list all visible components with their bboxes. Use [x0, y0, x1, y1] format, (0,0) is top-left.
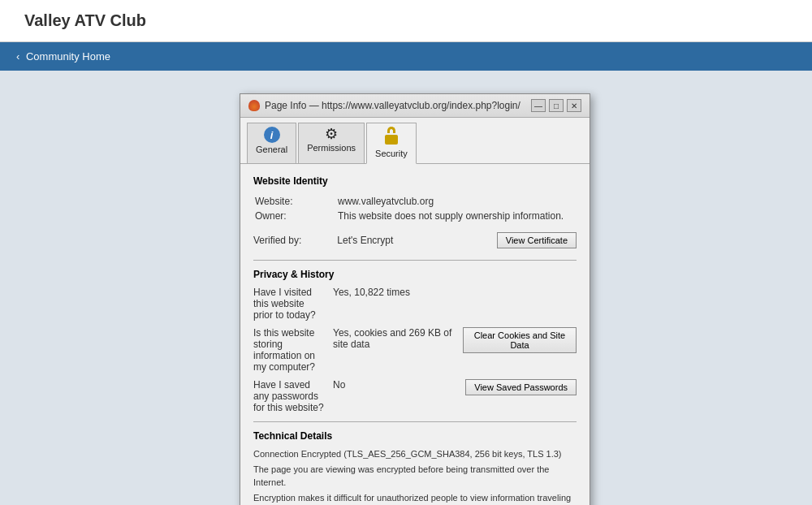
owner-value: This website does not supply ownership i… [338, 209, 575, 222]
tab-security-label: Security [375, 149, 408, 158]
website-identity-title: Website Identity [253, 175, 577, 187]
owner-label: Owner: [255, 209, 336, 222]
view-certificate-button[interactable]: View Certificate [497, 232, 577, 248]
verified-row: Verified by: Let's Encrypt View Certific… [253, 232, 577, 248]
website-label: Website: [255, 195, 336, 208]
tech-line2: The page you are viewing was encrypted b… [253, 464, 577, 489]
technical-title: Technical Details [253, 430, 577, 442]
community-home-link[interactable]: ‹ Community Home [16, 50, 110, 63]
verified-value: Let's Encrypt [337, 235, 393, 246]
dialog-tabs: i General ⚙ Permissions Security [240, 118, 590, 164]
permissions-icon: ⚙ [325, 127, 338, 141]
privacy-a2: Yes, cookies and 269 KB of site data [333, 327, 463, 350]
tech-connection: Connection Encrypted (TLS_AES_256_GCM_SH… [253, 448, 577, 460]
maximize-button[interactable]: □ [549, 99, 564, 112]
general-icon: i [264, 127, 280, 143]
clear-cookies-button[interactable]: Clear Cookies and Site Data [463, 327, 577, 353]
website-row: Website: www.valleyatvclub.org [255, 195, 575, 208]
site-content: Page Info — https://www.valleyatvclub.or… [0, 71, 812, 505]
privacy-row-1: Have I visited this website prior to tod… [253, 287, 577, 321]
tech-line3: Encryption makes it difficult for unauth… [253, 492, 577, 505]
dialog-title: Page Info — https://www.valleyatvclub.or… [265, 100, 520, 111]
verified-label: Verified by: [253, 235, 335, 246]
dialog-titlebar: Page Info — https://www.valleyatvclub.or… [240, 94, 590, 118]
privacy-q3: Have I saved any passwords for this webs… [253, 379, 333, 413]
site-header: Valley ATV Club [0, 0, 812, 42]
privacy-a3: No [333, 379, 463, 391]
divider-1 [253, 260, 577, 261]
close-button[interactable]: ✕ [567, 99, 581, 112]
site-title: Valley ATV Club [24, 11, 146, 29]
privacy-row-3: Have I saved any passwords for this webs… [253, 379, 577, 413]
privacy-q1: Have I visited this website prior to tod… [253, 287, 333, 321]
site-nav: ‹ Community Home [0, 42, 812, 71]
privacy-a1: Yes, 10,822 times [333, 287, 463, 298]
tab-general-label: General [256, 145, 287, 154]
technical-section: Technical Details Connection Encrypted (… [253, 430, 577, 505]
divider-2 [253, 421, 577, 422]
privacy-row-2: Is this website storing information on m… [253, 327, 577, 373]
website-value: www.valleyatvclub.org [338, 195, 575, 208]
owner-row: Owner: This website does not supply owne… [255, 209, 575, 222]
website-identity-table: Website: www.valleyatvclub.org Owner: Th… [253, 193, 577, 224]
security-icon [383, 127, 400, 147]
tab-general[interactable]: i General [247, 123, 296, 163]
verified-info: Verified by: Let's Encrypt [253, 235, 393, 246]
chevron-icon: ‹ [16, 50, 19, 63]
tab-security[interactable]: Security [366, 123, 417, 164]
dialog-controls: — □ ✕ [531, 99, 581, 112]
tab-permissions-label: Permissions [307, 143, 356, 153]
dialog-title-area: Page Info — https://www.valleyatvclub.or… [248, 100, 520, 111]
view-saved-passwords-button[interactable]: View Saved Passwords [465, 379, 577, 395]
privacy-q2: Is this website storing information on m… [253, 327, 333, 373]
tab-permissions[interactable]: ⚙ Permissions [298, 123, 365, 163]
firefox-icon [248, 100, 260, 111]
minimize-button[interactable]: — [531, 99, 546, 112]
page-info-dialog: Page Info — https://www.valleyatvclub.or… [240, 93, 590, 505]
privacy-history-title: Privacy & History [253, 269, 577, 280]
dialog-content: Website Identity Website: www.valleyatvc… [240, 164, 590, 505]
